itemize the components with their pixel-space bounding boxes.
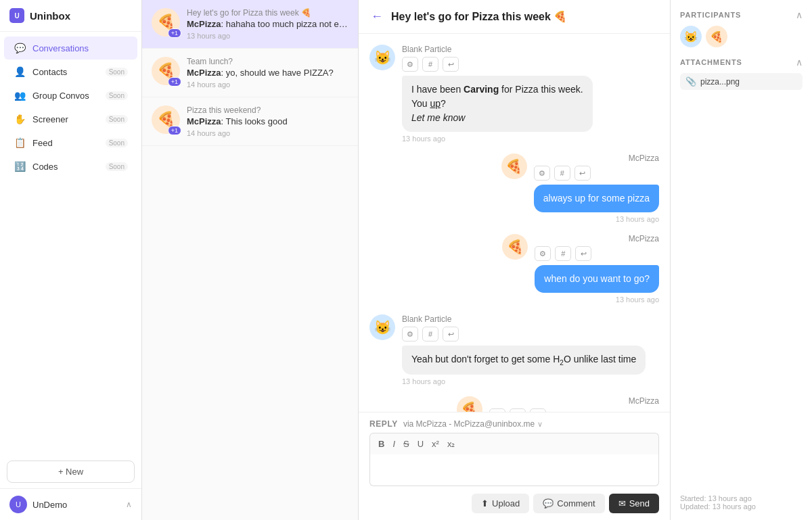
reply-toolbar: B I S U x² x₂	[369, 433, 659, 454]
sidebar-item-screener[interactable]: ✋ Screener Soon	[4, 108, 137, 131]
attachment-item[interactable]: 📎 pizza...png	[680, 73, 803, 90]
app-logo: U	[9, 8, 24, 23]
message-reply-button[interactable]: ↩	[443, 327, 459, 341]
conversation-item[interactable]: 🍕 +1 Team lunch? McPizza: yo, should we …	[142, 49, 358, 97]
message-tag-button[interactable]: #	[422, 327, 438, 341]
message-content: Blank Particle ⚙ # ↩ I have been Carving…	[402, 45, 593, 143]
new-button-wrap: + New	[0, 455, 141, 488]
toolbar-italic-button[interactable]: I	[390, 438, 398, 450]
participants-title: PARTICIPANTS	[680, 11, 741, 19]
message-time: 13 hours ago	[402, 377, 646, 385]
started-info: Started: 13 hours ago	[680, 494, 803, 502]
message-tag-button[interactable]: #	[555, 246, 571, 261]
message-content: McPizza ⚙ # ↩ always up for some pizza 1…	[534, 153, 659, 223]
new-button[interactable]: + New	[7, 460, 135, 483]
upload-icon: ⬆	[481, 498, 489, 509]
message-time: 13 hours ago	[535, 296, 659, 304]
conv-avatar-wrap: 🍕 +1	[152, 105, 180, 134]
comment-button[interactable]: 💬 Comment	[533, 494, 604, 513]
toolbar-underline-button[interactable]: U	[415, 438, 426, 450]
chat-title: Hey let's go for Pizza this week 🍕	[391, 10, 659, 23]
sidebar-item-codes[interactable]: 🔢 Codes Soon	[4, 155, 137, 178]
message-tag-button[interactable]: #	[422, 57, 438, 72]
toolbar-sub-button[interactable]: x₂	[445, 438, 458, 450]
message-avatar: 🍕	[502, 234, 528, 260]
message-bubble: Yeah but don't forget to get some H2O un…	[402, 346, 646, 375]
message-gear-button[interactable]: ⚙	[402, 57, 418, 72]
message-avatar: 🍕	[501, 153, 527, 179]
chat-footer-info: Started: 13 hours ago Updated: 13 hours …	[680, 494, 803, 511]
comment-icon: 💬	[543, 498, 554, 509]
conv-preview: McPizza: yo, should we have PIZZA?	[187, 68, 348, 78]
message-sender: McPizza	[489, 396, 659, 406]
conv-title: Hey let's go for Pizza this week 🍕	[187, 8, 348, 18]
message-group: 😺 Blank Particle ⚙ # ↩ Yeah but don't fo…	[369, 314, 659, 385]
message-tag-button[interactable]: #	[554, 166, 570, 181]
message-bubble: always up for some pizza	[534, 185, 659, 212]
attachments-section: ATTACHMENTS ∧ 📎 pizza...png	[680, 57, 803, 90]
conv-title: Pizza this weekend?	[187, 105, 348, 115]
codes-label: Codes	[32, 162, 99, 172]
conv-preview: McPizza: This looks good	[187, 116, 348, 126]
comment-label: Comment	[557, 498, 595, 509]
message-avatar: 🍕	[457, 396, 482, 412]
message-gear-button[interactable]: ⚙	[534, 166, 550, 181]
sidebar-item-contacts[interactable]: 👤 Contacts Soon	[4, 60, 137, 83]
toolbar-sup-button[interactable]: x²	[429, 438, 442, 450]
send-label: Send	[629, 498, 650, 509]
message-reply-button[interactable]: ↩	[574, 166, 591, 181]
message-time: 13 hours ago	[534, 215, 659, 223]
message-row-outgoing: McPizza ⚙ # ↩ always up for some pizza 1…	[369, 153, 659, 223]
conv-content: Team lunch? McPizza: yo, should we have …	[187, 57, 348, 89]
message-gear-button[interactable]: ⚙	[402, 327, 418, 341]
codes-soon-badge: Soon	[106, 162, 128, 171]
right-panel: PARTICIPANTS ∧ 😺🍕 ATTACHMENTS ∧ 📎 pizza.…	[670, 0, 812, 520]
conv-badge: +1	[168, 28, 181, 38]
attachments-list: 📎 pizza...png	[680, 73, 803, 90]
updated-info: Updated: 13 hours ago	[680, 502, 803, 511]
footer-chevron-icon[interactable]: ∧	[126, 500, 132, 509]
toolbar-bold-button[interactable]: B	[376, 438, 387, 450]
upload-button[interactable]: ⬆ Upload	[472, 494, 529, 513]
message-content: Blank Particle ⚙ # ↩ Yeah but don't forg…	[402, 314, 646, 385]
participants-section: PARTICIPANTS ∧ 😺🍕	[680, 9, 803, 47]
conv-time: 14 hours ago	[187, 80, 348, 89]
feed-soon-badge: Soon	[106, 139, 128, 147]
sidebar-item-group-convos[interactable]: 👥 Group Convos Soon	[4, 84, 137, 107]
message-actions: ⚙ # ↩	[534, 166, 659, 181]
reply-via-chevron-icon[interactable]: ∨	[537, 420, 543, 429]
feed-icon: 📋	[14, 137, 26, 149]
app-name: Uninbox	[30, 10, 70, 22]
message-content: McPizza ⚙ # ↩ when do you want to go? 13…	[535, 234, 659, 304]
reply-actions: ⬆ Upload 💬 Comment ✉ Send	[369, 494, 659, 513]
message-bubble: I have been Carving for Pizza this week.…	[402, 76, 593, 132]
reply-input[interactable]	[369, 454, 659, 486]
message-sender: McPizza	[535, 234, 659, 243]
conv-time: 14 hours ago	[187, 129, 348, 137]
message-reply-button[interactable]: ↩	[443, 57, 459, 72]
send-button[interactable]: ✉ Send	[609, 494, 659, 513]
conv-avatar-wrap: 🍕 +1	[152, 8, 180, 37]
message-time: 13 hours ago	[402, 135, 593, 143]
conv-content: Hey let's go for Pizza this week 🍕 McPiz…	[187, 8, 348, 40]
conversation-item[interactable]: 🍕 +1 Pizza this weekend? McPizza: This l…	[142, 97, 358, 146]
sidebar-item-conversations[interactable]: 💬 Conversations	[4, 37, 137, 60]
back-button[interactable]: ←	[369, 8, 384, 25]
participants-chevron-icon[interactable]: ∧	[796, 9, 803, 20]
footer-user: U UnDemo	[9, 496, 67, 513]
feed-label: Feed	[32, 138, 99, 148]
conversation-item[interactable]: 🍕 +1 Hey let's go for Pizza this week 🍕 …	[142, 0, 358, 49]
message-actions: ⚙ # ↩	[402, 327, 646, 341]
reply-action-buttons: ⬆ Upload 💬 Comment ✉ Send	[472, 494, 659, 513]
sidebar: U Uninbox 💬 Conversations 👤 Contacts Soo…	[0, 0, 142, 520]
toolbar-strike-button[interactable]: S	[401, 438, 412, 450]
conv-time: 13 hours ago	[187, 32, 348, 40]
message-gear-button[interactable]: ⚙	[535, 246, 551, 261]
chat-header: ← Hey let's go for Pizza this week 🍕	[359, 0, 670, 34]
attachments-chevron-icon[interactable]: ∧	[796, 57, 803, 68]
message-reply-button[interactable]: ↩	[575, 246, 591, 261]
attachment-name: pizza...png	[700, 77, 740, 87]
sidebar-item-feed[interactable]: 📋 Feed Soon	[4, 131, 137, 154]
contacts-soon-badge: Soon	[106, 68, 128, 76]
reply-via-text: via McPizza - McPizza@uninbox.me	[403, 419, 535, 429]
